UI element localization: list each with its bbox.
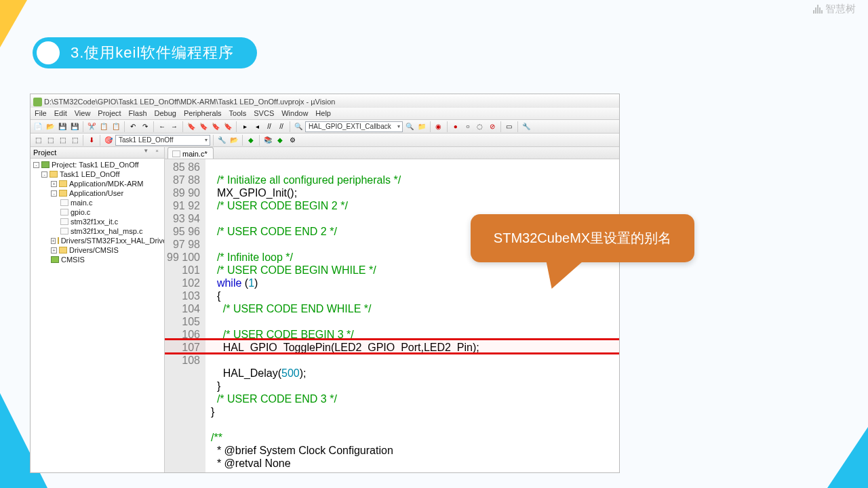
- breakpoint-icon[interactable]: ●: [450, 121, 461, 132]
- callout-box: STM32CubeMX里设置的别名: [471, 214, 694, 262]
- translate-icon[interactable]: ⬚: [33, 135, 43, 146]
- nav-back-icon[interactable]: ←: [157, 121, 167, 132]
- slide-title: 3.使用keil软件编程程序: [71, 43, 234, 63]
- tree-root[interactable]: -Project: Task1 LED_OnOff: [32, 160, 164, 169]
- paste-icon[interactable]: 📋: [111, 121, 121, 132]
- target-combo[interactable]: Task1 LED_OnOff: [115, 135, 210, 146]
- file-ext-icon[interactable]: 📂: [229, 135, 239, 146]
- copy-icon[interactable]: 📋: [98, 121, 109, 132]
- tree-group-cmsis[interactable]: +Drivers/CMSIS: [32, 245, 164, 255]
- menu-bar[interactable]: File Edit View Project Flash Debug Perip…: [31, 108, 619, 120]
- toolbox-icon[interactable]: 🔧: [521, 121, 532, 132]
- menu-window[interactable]: Window: [281, 109, 308, 119]
- callout-text: STM32CubeMX里设置的别名: [494, 230, 671, 245]
- indent-icon[interactable]: ▸: [239, 121, 250, 132]
- toolbar-1: 📄 📂 💾 💾 ✂️ 📋 📋 ↶ ↷ ← → 🔖 🔖 🔖 🔖 ▸ ◂ // //…: [31, 120, 619, 134]
- file-icon: [172, 150, 180, 157]
- callout: STM32CubeMX里设置的别名: [471, 214, 694, 291]
- build-icon[interactable]: ⬚: [45, 135, 56, 146]
- menu-edit[interactable]: Edit: [54, 109, 67, 119]
- new-icon[interactable]: 📄: [33, 121, 43, 132]
- line-gutter: 85 86 87 88 89 90 91 92 93 94 95 96 97 9…: [165, 159, 205, 472]
- tree-group-mdkarm[interactable]: +Application/MDK-ARM: [32, 179, 164, 188]
- code-area[interactable]: 85 86 87 88 89 90 91 92 93 94 95 96 97 9…: [165, 159, 619, 472]
- batch-build-icon[interactable]: ⬚: [69, 135, 80, 146]
- tree-group-user[interactable]: -Application/User: [32, 188, 164, 198]
- window-layout-icon[interactable]: ▭: [504, 121, 515, 132]
- outdent-icon[interactable]: ◂: [252, 121, 262, 132]
- menu-peripherals[interactable]: Peripherals: [184, 109, 222, 119]
- find-in-files-icon[interactable]: 📁: [416, 121, 427, 132]
- menu-file[interactable]: File: [35, 109, 47, 119]
- editor-tab-mainc[interactable]: main.c*: [167, 147, 214, 159]
- breakpoint-disable-icon[interactable]: ◌: [475, 121, 486, 132]
- pack-installer-icon[interactable]: ◆: [275, 135, 285, 146]
- watermark-bars-icon: [813, 5, 823, 14]
- manage-rte-icon[interactable]: ◆: [245, 135, 256, 146]
- debug-icon[interactable]: ◉: [433, 121, 444, 132]
- comment-icon[interactable]: //: [264, 121, 275, 132]
- tree-file-mainc[interactable]: main.c: [32, 198, 164, 207]
- breakpoint-toggle-icon[interactable]: ○: [462, 121, 473, 132]
- cut-icon[interactable]: ✂️: [86, 121, 97, 132]
- find-icon[interactable]: 🔍: [293, 121, 304, 132]
- menu-help[interactable]: Help: [315, 109, 331, 119]
- tree-file-itc[interactable]: stm32f1xx_it.c: [32, 217, 164, 226]
- header-dot: [37, 41, 60, 64]
- bookmark-next-icon[interactable]: 🔖: [210, 121, 221, 132]
- corner-accent-tl: [0, 0, 27, 47]
- code-content[interactable]: /* Initialize all configured peripherals…: [205, 159, 619, 472]
- open-icon[interactable]: 📂: [45, 121, 56, 132]
- save-icon[interactable]: 💾: [57, 121, 68, 132]
- nav-fwd-icon[interactable]: →: [169, 121, 180, 132]
- download-icon[interactable]: ⬇: [86, 135, 97, 146]
- find-combo[interactable]: HAL_GPIO_EXTI_Callback: [305, 121, 403, 132]
- uncomment-icon[interactable]: //: [276, 121, 287, 132]
- tree-group-cmsis2[interactable]: CMSIS: [32, 255, 164, 264]
- breakpoint-kill-icon[interactable]: ⊘: [487, 121, 498, 132]
- configure-icon[interactable]: ⚙: [287, 135, 298, 146]
- menu-flash[interactable]: Flash: [129, 109, 147, 119]
- slide-header: 3.使用keil软件编程程序: [33, 37, 257, 68]
- redo-icon[interactable]: ↷: [140, 121, 151, 132]
- project-tree[interactable]: -Project: Task1 LED_OnOff -Task1 LED_OnO…: [31, 159, 164, 472]
- bookmark-clear-icon[interactable]: 🔖: [222, 121, 233, 132]
- tree-file-mspc[interactable]: stm32f1xx_hal_msp.c: [32, 226, 164, 236]
- window-title: D:\STM32Code\GPIO\Task1 LED_OnOff\MDK-AR…: [44, 98, 335, 106]
- bookmark-icon[interactable]: 🔖: [186, 121, 197, 132]
- project-panel-title: Project: [31, 147, 164, 159]
- find-next-icon[interactable]: 🔍: [404, 121, 415, 132]
- editor: main.c* 85 86 87 88 89 90 91 92 93 94 95…: [165, 147, 619, 472]
- menu-view[interactable]: View: [75, 109, 91, 119]
- tree-file-gpioc[interactable]: gpio.c: [32, 207, 164, 217]
- highlight-box: [165, 338, 619, 354]
- corner-accent-br: [827, 427, 868, 488]
- undo-icon[interactable]: ↶: [127, 121, 138, 132]
- menu-tools[interactable]: Tools: [229, 109, 247, 119]
- tab-label: main.c*: [182, 150, 208, 158]
- rebuild-icon[interactable]: ⬚: [57, 135, 68, 146]
- save-all-icon[interactable]: 💾: [69, 121, 80, 132]
- menu-debug[interactable]: Debug: [155, 109, 176, 119]
- project-panel[interactable]: Project -Project: Task1 LED_OnOff -Task1…: [31, 147, 165, 472]
- tree-target[interactable]: -Task1 LED_OnOff: [32, 169, 164, 179]
- callout-tail: [533, 260, 585, 289]
- bookmark-prev-icon[interactable]: 🔖: [198, 121, 209, 132]
- tree-group-hal[interactable]: +Drivers/STM32F1xx_HAL_Driver: [32, 236, 164, 245]
- watermark-text: 智慧树: [825, 3, 856, 16]
- title-bar[interactable]: D:\STM32Code\GPIO\Task1 LED_OnOff\MDK-AR…: [31, 94, 619, 108]
- watermark: 智慧树: [813, 3, 856, 16]
- editor-tabstrip: main.c*: [165, 147, 619, 159]
- options-icon[interactable]: 🔧: [216, 135, 227, 146]
- target-options-icon[interactable]: 🎯: [103, 135, 114, 146]
- menu-project[interactable]: Project: [98, 109, 121, 119]
- menu-svcs[interactable]: SVCS: [254, 109, 274, 119]
- app-icon: [33, 98, 42, 106]
- books-icon[interactable]: 📚: [262, 135, 273, 146]
- toolbar-2: ⬚ ⬚ ⬚ ⬚ ⬇ 🎯 Task1 LED_OnOff 🔧 📂 ◆ 📚 ◆ ⚙: [31, 134, 619, 147]
